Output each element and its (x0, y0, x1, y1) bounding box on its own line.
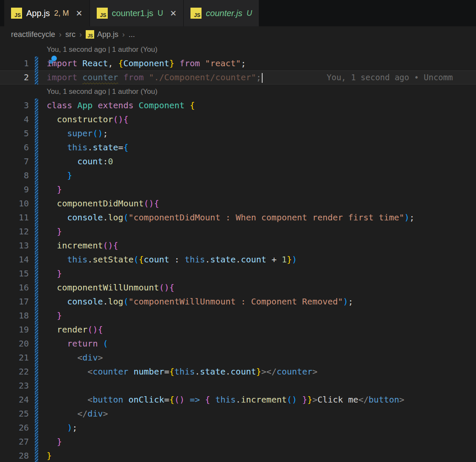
line-number[interactable]: 24 (0, 393, 34, 407)
code-line[interactable]: 8 } (0, 169, 476, 183)
line-number[interactable]: 20 (0, 337, 34, 351)
gutter-change-indicator[interactable] (35, 113, 38, 127)
code-token: state (200, 366, 225, 377)
code-line[interactable]: 26 ); (0, 421, 476, 435)
line-number[interactable]: 7 (0, 155, 34, 169)
line-number[interactable]: 19 (0, 323, 34, 337)
breadcrumb-item-App.js[interactable]: JSApp.js (86, 30, 118, 39)
code-line[interactable]: 27 } (0, 435, 476, 449)
tab-App.js[interactable]: JSApp.js2, M✕ (4, 0, 90, 26)
gutter-change-indicator[interactable] (35, 197, 38, 211)
line-number[interactable]: 13 (0, 239, 34, 253)
inline-git-blame: You, 1 second ago • Uncomm (327, 70, 453, 85)
line-number[interactable]: 11 (0, 211, 34, 225)
line-number[interactable]: 17 (0, 295, 34, 309)
line-number[interactable]: 6 (0, 141, 34, 155)
gutter-change-indicator[interactable] (35, 183, 38, 197)
code-line[interactable]: 22 <counter number={this.state.count}></… (0, 365, 476, 379)
code-token: } (57, 268, 62, 279)
code-line[interactable]: 13 increment(){ (0, 239, 476, 253)
code-line[interactable]: 11 console.log("componentDidMount : When… (0, 211, 476, 225)
gutter-change-indicator[interactable] (35, 155, 38, 169)
gutter-change-indicator[interactable] (35, 211, 38, 225)
code-line[interactable]: 24 <button onClick={() => { this.increme… (0, 393, 476, 407)
code-line[interactable]: 17 console.log("componentWillUnmount : C… (0, 295, 476, 309)
line-number[interactable]: 16 (0, 281, 34, 295)
code-line[interactable]: 9 } (0, 183, 476, 197)
line-number[interactable]: 10 (0, 197, 34, 211)
gutter-change-indicator[interactable] (35, 421, 38, 435)
line-number[interactable]: 5 (0, 127, 34, 141)
code-line[interactable]: 15 } (0, 267, 476, 281)
code-line[interactable]: 16 componentWillUnmount(){ (0, 281, 476, 295)
tab-counter.js[interactable]: JScounter.jsU (184, 0, 259, 26)
line-number[interactable]: 3 (0, 99, 34, 113)
code-line[interactable]: 1import React, {Component} from "react"; (0, 56, 476, 70)
line-number[interactable]: 9 (0, 183, 34, 197)
code-line[interactable]: 18 } (0, 309, 476, 323)
gutter-change-indicator[interactable] (35, 225, 38, 239)
line-number[interactable]: 25 (0, 407, 34, 421)
line-number[interactable]: 22 (0, 365, 34, 379)
gutter-change-indicator[interactable] (35, 365, 38, 379)
code-line[interactable]: 20 return ( (0, 337, 476, 351)
code-line[interactable]: 3class App extends Component { (0, 99, 476, 113)
code-line[interactable]: 10 componentDidMount(){ (0, 197, 476, 211)
gutter-change-indicator[interactable] (35, 337, 38, 351)
line-number[interactable]: 8 (0, 169, 34, 183)
gutter-change-indicator[interactable] (35, 169, 38, 183)
gutter-change-indicator[interactable] (35, 239, 38, 253)
code-line[interactable]: 5 super(); (0, 127, 476, 141)
line-number[interactable]: 12 (0, 225, 34, 239)
line-number[interactable]: 2 (0, 70, 34, 85)
code-line[interactable]: 6 this.state={ (0, 141, 476, 155)
code-line[interactable]: 25 </div> (0, 407, 476, 421)
code-line[interactable]: 23 (0, 379, 476, 393)
close-tab-icon[interactable]: ✕ (170, 8, 176, 18)
code-line[interactable]: 7 count:0 (0, 155, 476, 169)
close-tab-icon[interactable]: ✕ (76, 8, 83, 18)
code-line[interactable]: 21 <div> (0, 351, 476, 365)
code-line[interactable]: 19 render(){ (0, 323, 476, 337)
gutter-change-indicator[interactable] (35, 309, 38, 323)
gutter-change-indicator[interactable] (35, 393, 38, 407)
code-line[interactable]: 12 } (0, 225, 476, 239)
gutter-change-indicator[interactable] (35, 407, 38, 421)
gutter-change-indicator[interactable] (35, 323, 38, 337)
gutter-change-indicator[interactable] (35, 56, 38, 70)
line-number[interactable]: 27 (0, 435, 34, 449)
gutter-change-indicator[interactable] (35, 99, 38, 113)
git-blame-codelens[interactable]: You, 1 second ago | 1 author (You) (38, 85, 157, 99)
breadcrumb-item-reactlifecycle[interactable]: reactlifecycle (11, 30, 55, 39)
line-number[interactable]: 15 (0, 267, 34, 281)
tab-counter1.js[interactable]: JScounter1.jsU✕ (90, 0, 184, 26)
gutter-change-indicator[interactable] (35, 127, 38, 141)
gutter-change-indicator[interactable] (35, 281, 38, 295)
gutter-change-indicator[interactable] (35, 253, 38, 267)
code-line[interactable]: 28} (0, 449, 476, 462)
gutter-change-indicator[interactable] (35, 351, 38, 365)
gutter-change-indicator[interactable] (35, 70, 38, 85)
code-line[interactable]: 2import counter from "./Component/counte… (0, 70, 476, 85)
line-number[interactable]: 4 (0, 113, 34, 127)
gutter-change-indicator[interactable] (35, 141, 38, 155)
line-number[interactable]: 23 (0, 379, 34, 393)
code-line[interactable]: 4 constructor(){ (0, 113, 476, 127)
line-number[interactable]: 21 (0, 351, 34, 365)
line-number[interactable]: 28 (0, 449, 34, 462)
breadcrumb-item-src[interactable]: src (65, 30, 76, 39)
line-number[interactable] (0, 42, 34, 56)
breadcrumb-item-...[interactable]: ... (129, 30, 135, 39)
gutter-change-indicator[interactable] (35, 379, 38, 393)
gutter-change-indicator[interactable] (35, 435, 38, 449)
line-number[interactable]: 1 (0, 56, 34, 70)
line-number[interactable]: 26 (0, 421, 34, 435)
gutter-change-indicator[interactable] (35, 449, 38, 462)
line-number[interactable] (0, 85, 34, 99)
line-number[interactable]: 18 (0, 309, 34, 323)
code-line[interactable]: 14 this.setState({count : this.state.cou… (0, 253, 476, 267)
code-token: } (57, 226, 62, 237)
gutter-change-indicator[interactable] (35, 295, 38, 309)
line-number[interactable]: 14 (0, 253, 34, 267)
gutter-change-indicator[interactable] (35, 267, 38, 281)
